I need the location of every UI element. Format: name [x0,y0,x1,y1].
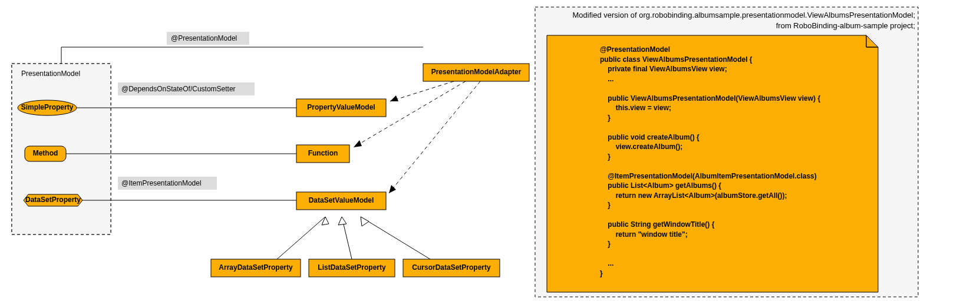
code-line: @PresentationModel [600,45,670,54]
code-note [547,35,878,292]
presentation-model-adapter-node: PresentationModelAdapter [423,64,529,81]
edge-cursor-dsvm [361,217,430,259]
note-title-line1: Modified version of org.robobinding.albu… [573,11,915,19]
edge-pma-pvm [390,81,454,101]
svg-text:@PresentationModel: @PresentationModel [171,34,237,42]
code-line: public void createAlbum() { [600,133,699,141]
code-line: } [600,153,611,161]
arrow-pma-function [354,140,362,147]
edge-package-to-pma [61,47,423,64]
svg-text:ListDataSetProperty: ListDataSetProperty [318,263,386,272]
method-label: Method [33,149,58,157]
array-dsp-node: ArrayDataSetProperty [211,259,301,277]
svg-marker-26 [361,217,369,226]
arrow-pma-dsvm [389,185,396,193]
note-package: Modified version of org.robobinding.albu… [535,7,918,297]
code-line: this.view = view; [600,104,671,112]
note-title-line2: from RoboBinding-album-sample project; [776,21,915,30]
item-pm-tag: @ItemPresentationModel [118,177,217,190]
package-title: PresentationModel [21,70,80,78]
presentation-model-package: PresentationModel SimpleProperty Method … [12,64,111,234]
svg-text:@DependsOnStateOf/CustomSetter: @DependsOnStateOf/CustomSetter [121,85,236,93]
code-line: ... [600,75,613,83]
code-line: public ViewAlbumsPresentationModel(ViewA… [600,94,820,102]
code-line: } [600,201,611,209]
function-node: Function [296,145,349,163]
depends-on-tag: @DependsOnStateOf/CustomSetter [118,82,255,95]
property-value-model-node: PropertyValueModel [296,99,386,117]
code-line: @ItemPresentationModel(AlbumItemPresenta… [600,172,817,180]
dataset-value-model-node: DataSetValueModel [296,192,386,210]
svg-text:PropertyValueModel: PropertyValueModel [307,103,375,111]
code-line: public String getWindowTitle() { [600,220,715,229]
edge-pma-dsvm [389,81,480,193]
svg-text:Function: Function [308,149,338,157]
svg-text:ArrayDataSetProperty: ArrayDataSetProperty [219,263,293,272]
code-line: } [600,240,611,248]
code-line: return "window title"; [600,230,688,239]
dataset-property-label: DataSetProperty [25,196,81,204]
list-dsp-node: ListDataSetProperty [309,259,395,277]
code-line: } [600,269,603,277]
code-line: public List<Album> getAlbums() { [600,181,721,190]
edge-array-dsvm [277,217,325,259]
cursor-dsp-node: CursorDataSetProperty [403,259,500,277]
svg-text:DataSetValueModel: DataSetValueModel [309,196,374,204]
presentation-model-tag: @PresentationModel [167,32,249,45]
svg-marker-24 [322,217,329,225]
arrow-pma-pvm [390,95,398,101]
svg-text:PresentationModelAdapter: PresentationModelAdapter [431,68,522,76]
code-line: public class ViewAlbumsPresentationModel… [600,55,753,64]
code-line: private final ViewAlbumsView view; [600,65,727,73]
code-line: ... [600,259,613,267]
simple-property-label: SimpleProperty [21,103,74,111]
svg-marker-25 [338,217,347,225]
code-line: view.createAlbum(); [600,143,682,151]
code-line: return new ArrayList<Album>(albumStore.g… [600,191,787,200]
code-line: } [600,114,611,122]
svg-text:CursorDataSetProperty: CursorDataSetProperty [412,263,491,272]
svg-text:@ItemPresentationModel: @ItemPresentationModel [121,179,202,187]
